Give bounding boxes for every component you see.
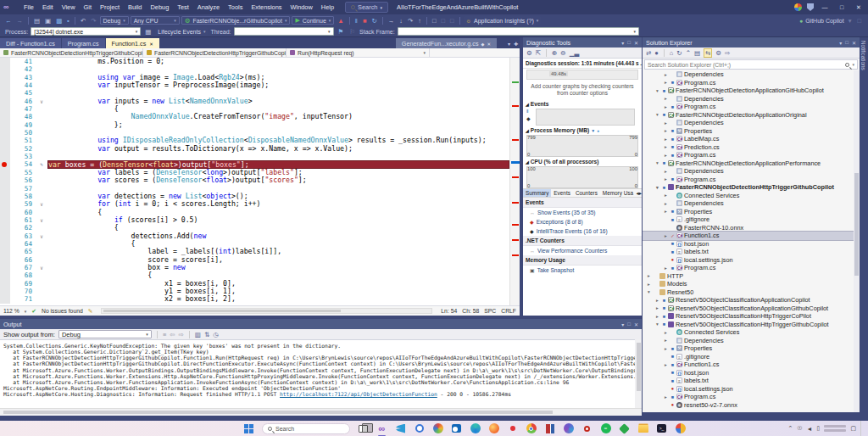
taskbar-edge[interactable]	[470, 423, 481, 434]
fold-collapse-icon[interactable]: ∨	[36, 216, 47, 224]
continue-button[interactable]: ▶Continue▾	[292, 16, 334, 25]
process-dropdown[interactable]: [32544] dotnet.exe▾	[31, 27, 141, 36]
breakpoint-gutter[interactable]	[0, 89, 10, 97]
tree-item-resnetv50objectclassificationapplicationcopilot[interactable]: ▸■C#ResnetV50ObjectClassificationApplica…	[643, 296, 860, 305]
output-horizontal-scrollbar[interactable]	[0, 408, 642, 416]
cpu-graph[interactable]: 100 100 0 0	[526, 166, 638, 188]
breadcrumb-segment-1[interactable]: FasterRCNNObjectDetectionHttpTriggerGith…	[0, 48, 143, 57]
summary-link-show[interactable]: ↔Show Events (35 of 35)	[523, 208, 642, 217]
breadcrumb-segment-2[interactable]: FasterRCNNObjectDetectionHttpTriggerGith…	[143, 48, 287, 57]
document-list-icon[interactable]: ▾	[508, 41, 510, 47]
tree-item-function1-cs[interactable]: ▸✓C#Function1.cs	[643, 232, 860, 240]
breakpoint-gutter[interactable]	[0, 200, 10, 208]
space-indicator[interactable]: SPC	[484, 308, 496, 314]
application-insights-dropdown[interactable]: ☼Application Insights (?)▾	[464, 16, 542, 25]
tree-collapsed-arrow[interactable]: ▸	[663, 176, 669, 182]
step-out-icon[interactable]: ↑	[416, 17, 423, 25]
minimize-button[interactable]: —	[819, 4, 831, 10]
taskbar-outlook[interactable]	[451, 423, 462, 434]
menu-git[interactable]: Git	[80, 2, 96, 13]
taskbar-firefox[interactable]	[488, 423, 499, 434]
taskbar-chrome[interactable]	[526, 423, 537, 434]
tree-item-dependencies[interactable]: ▸▦Dependencies	[643, 337, 860, 345]
breakpoint-gutter[interactable]	[0, 145, 10, 153]
menu-window[interactable]: Window	[287, 2, 317, 13]
tree-collapsed-arrow[interactable]: ▸	[663, 201, 669, 206]
tree-collapsed-arrow[interactable]: ▸	[663, 346, 669, 351]
menu-extensions[interactable]: Extensions	[247, 2, 286, 13]
tree-collapsed-arrow[interactable]: ▸	[663, 137, 669, 142]
bookmark-next-icon[interactable]: □	[448, 17, 456, 25]
tree-item-connected-services[interactable]: ▸◍Connected Services	[643, 192, 860, 200]
titlebar-search-box[interactable]: Search ▾	[345, 2, 388, 13]
platform-dropdown[interactable]: Any CPU▾	[131, 16, 180, 25]
breakpoint-gutter[interactable]	[0, 248, 10, 255]
tree-item-fasterrcnnobjectdetectionapplicationoriginal[interactable]: ▾■C#FasterRCNNObjectDetectionApplication…	[643, 111, 860, 120]
goto-prev-icon[interactable]: ⇦	[170, 331, 175, 338]
tree-item-program-cs[interactable]: ▸■C#Program.cs	[643, 393, 860, 401]
breakpoint-gutter[interactable]	[0, 280, 10, 288]
breakpoint-gutter[interactable]	[0, 129, 10, 137]
editor-horizontal-scrollbar[interactable]	[101, 308, 432, 314]
tree-item-dependencies[interactable]: ▸▦Dependencies	[643, 167, 860, 176]
tree-item--gitignore[interactable]: ■≡.gitignore	[643, 353, 860, 361]
network-icon[interactable]: ☉	[797, 425, 802, 432]
tree-item-program-cs[interactable]: ▸■C#Program.cs	[643, 79, 860, 87]
tab-diff-function1-cs[interactable]: Diff - Function1.cs	[0, 38, 61, 48]
tree-item-properties[interactable]: ▸■⚒Properties	[643, 127, 860, 136]
taskbar-vscode[interactable]	[395, 423, 406, 434]
tree-collapsed-arrow[interactable]: ▸	[663, 120, 669, 126]
notifications-side-tab[interactable]: Notifications	[860, 37, 868, 412]
new-project-icon[interactable]: ▤	[32, 17, 42, 25]
breakpoint-gutter[interactable]	[0, 224, 10, 232]
clock-datetime[interactable]	[824, 425, 846, 432]
tree-item-labels-txt[interactable]: ■≡labels.txt	[643, 377, 860, 385]
pin-icon[interactable]: □	[627, 321, 631, 327]
bookmark-icon[interactable]: □	[431, 17, 438, 25]
breakpoint-gutter[interactable]	[0, 240, 10, 248]
word-wrap-icon[interactable]: ⇅	[204, 331, 209, 338]
taskbar-copilot[interactable]	[414, 423, 425, 434]
tree-expanded-arrow[interactable]: ▾	[646, 289, 652, 294]
flag-icon[interactable]: ⚑	[337, 28, 346, 36]
start-button[interactable]	[243, 423, 254, 434]
diag-tab-summary[interactable]: Summary	[523, 189, 551, 197]
code-editor[interactable]: 41 ms.Position = 0;4243 using var image …	[0, 58, 520, 305]
output-titlebar[interactable]: Output ▾ □ ✕	[0, 319, 642, 329]
open-file-icon[interactable]: ▣	[43, 17, 53, 25]
output-log[interactable]: System.Collections.Generic.KeyNotFoundEx…	[0, 340, 642, 408]
tree-item-http[interactable]: ▸HTTP	[643, 272, 860, 281]
filter-icon[interactable]: ▼	[591, 128, 595, 133]
tree-collapsed-arrow[interactable]: ▸	[654, 314, 660, 319]
zoom-out-icon[interactable]: ⊖	[560, 49, 565, 57]
tree-collapsed-arrow[interactable]: ▸	[663, 338, 669, 343]
tree-collapsed-arrow[interactable]: ▸	[663, 169, 669, 174]
solution-explorer-scrollbar[interactable]	[854, 70, 860, 412]
breakpoint-gutter[interactable]	[0, 288, 10, 295]
tab-generated-executor[interactable]: GeneratedFun...xecutor.g.cs ◆ ✕	[396, 38, 497, 48]
tree-item-host-json[interactable]: ■{}host.json	[643, 240, 860, 249]
stack-frame-dropdown[interactable]: ▾	[398, 27, 639, 36]
collapse-all-icon[interactable]: ⌃	[686, 49, 691, 57]
configuration-dropdown[interactable]: Debug▾	[100, 16, 129, 25]
fold-collapse-icon[interactable]: ∨	[36, 264, 47, 271]
diagnostics-timeline[interactable]: 49.48s	[526, 70, 638, 80]
tree-item-program-cs[interactable]: ▸■C#Program.cs	[643, 264, 860, 272]
menu-build[interactable]: Build	[124, 2, 146, 13]
find-message-icon[interactable]: ≡	[163, 331, 166, 338]
github-copilot-button[interactable]: ● GitHub Copilot ▾□	[799, 17, 868, 25]
properties-icon[interactable]: ⚙	[715, 49, 721, 57]
show-all-files-icon[interactable]: ▤	[694, 49, 700, 57]
close-icon[interactable]: ✕	[487, 42, 491, 47]
breakpoint-gutter[interactable]	[0, 295, 10, 303]
menu-tools[interactable]: Tools	[224, 2, 247, 13]
tree-item-properties[interactable]: ▸■⚒Properties	[643, 208, 860, 216]
breakpoint-gutter[interactable]	[0, 137, 10, 144]
events-track[interactable]	[536, 109, 635, 126]
breakpoint-gutter[interactable]	[0, 65, 10, 73]
solution-explorer-titlebar[interactable]: Solution Explorer ▾ □ ✕	[643, 37, 860, 48]
tree-item-properties[interactable]: ▸■⚒Properties	[643, 344, 860, 353]
taskbar-file-explorer[interactable]	[637, 423, 648, 434]
breakpoint-gutter[interactable]	[0, 256, 10, 264]
tree-collapsed-arrow[interactable]: ▸	[663, 362, 669, 367]
